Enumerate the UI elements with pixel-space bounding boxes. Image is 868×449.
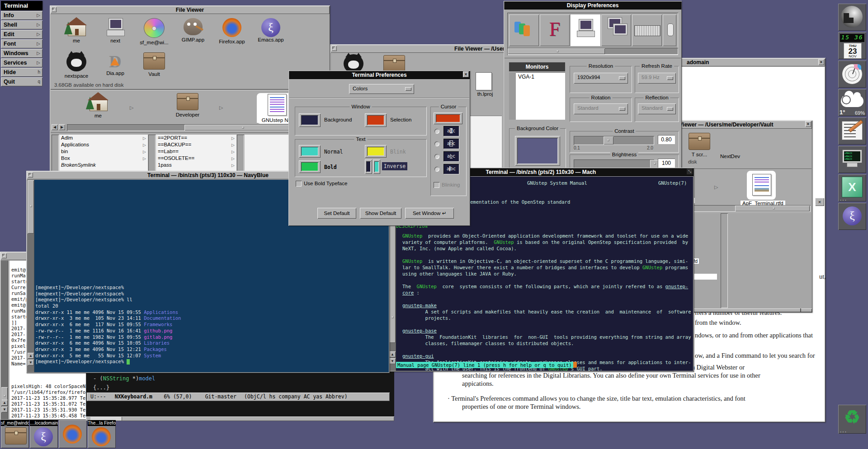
menu-item-edit[interactable]: Edit▷ bbox=[1, 30, 42, 39]
menu-item-info[interactable]: Info▷ bbox=[1, 11, 42, 20]
browser-item[interactable]: 1pass▷ bbox=[156, 162, 236, 168]
blink-color-well[interactable] bbox=[365, 145, 387, 158]
browser-item[interactable]: ==2PORT==▷ bbox=[156, 135, 236, 141]
taskbar-tile-....locadomain[interactable]: ....locadomainξ bbox=[30, 420, 58, 448]
shelf-item-sf-me-wi-[interactable]: sf_me@wi... bbox=[134, 18, 175, 45]
display-icon-selected[interactable] bbox=[571, 14, 600, 46]
browser-item[interactable]: BrokenSymlink bbox=[59, 162, 148, 168]
shelf-item-gimp-app[interactable]: GIMP.app bbox=[173, 18, 213, 42]
cursor-style-radio-block[interactable] bbox=[434, 129, 439, 134]
taskbar-tile-sf_me@windo[interactable]: sf_me@windo bbox=[1, 420, 29, 448]
set-default-button[interactable]: Set Default bbox=[317, 208, 356, 219]
mouse-icon[interactable] bbox=[663, 14, 676, 46]
menu-item-hide[interactable]: Hideh bbox=[1, 68, 42, 77]
browser-item[interactable]: ==BACKUP==▷ bbox=[156, 141, 236, 148]
scroll-right-icon[interactable]: ▶ bbox=[59, 124, 65, 130]
dock-tile-gnustep-sphere-icon[interactable] bbox=[838, 4, 866, 31]
dock-tile-terminal-icon[interactable]: >MACH >MACH >MACH bbox=[838, 146, 866, 173]
taskbar-tile-The...la Firefox[interactable]: The...la Firefox bbox=[88, 420, 116, 448]
normal-color-well[interactable] bbox=[299, 145, 321, 158]
resolution-popup[interactable]: 868x449 bbox=[574, 73, 628, 84]
background-color-well[interactable] bbox=[299, 113, 321, 127]
file-viewer-2-miniaturize-button[interactable] bbox=[331, 46, 337, 51]
cursor-style-radio-outline[interactable] bbox=[434, 141, 439, 146]
cursor-style-radio-underline[interactable] bbox=[434, 154, 439, 159]
dock-tile-timemon-icon[interactable] bbox=[838, 61, 866, 88]
shelf-item-next[interactable]: next bbox=[95, 18, 136, 43]
display-prefs-toolbar-scrollbar[interactable] bbox=[507, 48, 678, 55]
selection-color-well[interactable] bbox=[365, 113, 387, 127]
brightness-value-field[interactable]: 100 bbox=[658, 159, 675, 168]
dock-tile-weather-icon[interactable]: 1°69% bbox=[838, 89, 866, 116]
bold-color-well[interactable] bbox=[299, 160, 321, 173]
contrast-slider[interactable] bbox=[574, 136, 654, 145]
navyblue-scrollbar[interactable]: ▲ ▼ bbox=[27, 180, 34, 372]
cursor-style-radio-bar[interactable] bbox=[434, 167, 439, 172]
set-window-button[interactable]: Set Window ↵ bbox=[405, 208, 454, 219]
browser-item[interactable]: ==OSOLETE==▷ bbox=[156, 155, 236, 162]
localization-icon[interactable] bbox=[509, 14, 539, 46]
terminal-preferences-close-icon[interactable]: × bbox=[463, 71, 469, 77]
dock-tile-x11-cube-icon[interactable]: X... bbox=[838, 174, 866, 201]
recycler[interactable]: ♻ ... bbox=[838, 405, 866, 434]
file-viewer-1-miniaturize-button[interactable] bbox=[51, 7, 57, 12]
shelf-item-emacs-app[interactable]: ξEmacs.app bbox=[250, 18, 291, 42]
display-preferences-titlebar[interactable]: Display Preferences bbox=[504, 1, 681, 9]
blinking-checkbox[interactable] bbox=[434, 182, 439, 188]
dock-tile-clock-icon[interactable]: 15 36THU23NOV bbox=[838, 32, 866, 59]
app-menu-title[interactable]: Terminal bbox=[1, 1, 42, 10]
background-color-well[interactable] bbox=[515, 136, 560, 166]
dual-display-icon[interactable] bbox=[601, 14, 631, 46]
browser-item[interactable]: Applications▷ bbox=[59, 141, 148, 148]
browser-item[interactable]: bin▷ bbox=[59, 148, 148, 155]
shelf-item-firefox-app[interactable]: Firefox.app bbox=[212, 18, 252, 44]
dock-tile-emacs-icon[interactable]: ξ bbox=[838, 203, 866, 230]
navyblue-miniaturize-button[interactable] bbox=[28, 172, 33, 178]
show-default-button[interactable]: Show Default bbox=[360, 208, 401, 219]
menu-item-services[interactable]: Services▷ bbox=[1, 58, 42, 67]
dock-tile-textedit-icon[interactable] bbox=[838, 117, 866, 145]
font-preferences-icon[interactable]: F bbox=[540, 14, 570, 46]
mach-resize-icon[interactable]: ⤡ bbox=[687, 168, 693, 174]
shelf-item-dia-app[interactable]: DDia.app bbox=[95, 52, 136, 76]
scroll-left-icon[interactable]: ◀ bbox=[52, 124, 58, 130]
use-bold-typeface-checkbox[interactable] bbox=[296, 181, 302, 187]
document-inner-close-icon[interactable]: × bbox=[815, 198, 824, 206]
shelf-item-me[interactable]: me bbox=[56, 18, 97, 43]
taskbar-tile-firefox[interactable] bbox=[59, 420, 87, 448]
shelf-item-nextspace[interactable]: nextspace bbox=[56, 52, 97, 79]
menu-item-font[interactable]: Font▷ bbox=[1, 39, 42, 48]
rotation-popup[interactable]: Standard bbox=[574, 103, 628, 114]
file-viewer-1-titlebar[interactable]: File Viewer bbox=[50, 6, 330, 14]
refresh-rate-popup[interactable]: 59.9 Hz bbox=[638, 73, 676, 84]
log-scrollbar[interactable]: ▲ ▼ bbox=[1, 261, 8, 419]
monitors-list[interactable]: VGA-1 bbox=[509, 72, 565, 120]
folder-icon[interactable] bbox=[476, 72, 492, 90]
monitor-item-vga1[interactable]: VGA-1 bbox=[517, 73, 564, 80]
terminal-preferences-titlebar[interactable]: Terminal Preferences bbox=[289, 71, 470, 79]
vault-close-icon[interactable]: × bbox=[805, 121, 811, 127]
browser-item[interactable]: Box▷ bbox=[59, 155, 148, 162]
cursor-color-well[interactable] bbox=[434, 112, 462, 124]
path-item-developer[interactable]: Developer bbox=[167, 93, 208, 117]
menu-item-quit[interactable]: Quitq bbox=[1, 77, 42, 86]
browser-item[interactable]: Adlm▷ bbox=[59, 135, 148, 141]
brightness-slider[interactable] bbox=[574, 159, 654, 168]
emacs-bottom-edge[interactable] bbox=[86, 416, 394, 421]
vault-selected-icon[interactable] bbox=[747, 171, 776, 200]
menu-item-windows[interactable]: Windows▷ bbox=[1, 49, 42, 58]
contrast-value-field[interactable]: 0.80 bbox=[658, 135, 675, 144]
path-item-me[interactable]: me bbox=[78, 93, 118, 118]
log-window-miniaturize-button[interactable] bbox=[1, 253, 7, 258]
browser-item[interactable]: ==Lab==▷ bbox=[156, 148, 236, 155]
keyboard-icon[interactable] bbox=[632, 14, 662, 46]
shelf-item-vault[interactable]: Vault bbox=[134, 52, 175, 77]
vault-shelf-item-nextdev[interactable]: NextDev bbox=[710, 133, 750, 159]
inverse-color-well-1[interactable] bbox=[365, 159, 372, 174]
reflection-popup[interactable]: Standard bbox=[638, 103, 676, 114]
inverse-color-well-2[interactable] bbox=[373, 159, 380, 174]
document-close-icon[interactable]: × bbox=[818, 59, 824, 65]
menu-item-shell[interactable]: Shell▷ bbox=[1, 20, 42, 29]
prefs-pane-popup[interactable]: Colors bbox=[349, 84, 414, 94]
icon-path-scrollbar[interactable]: ◀ ▶ bbox=[52, 124, 328, 131]
